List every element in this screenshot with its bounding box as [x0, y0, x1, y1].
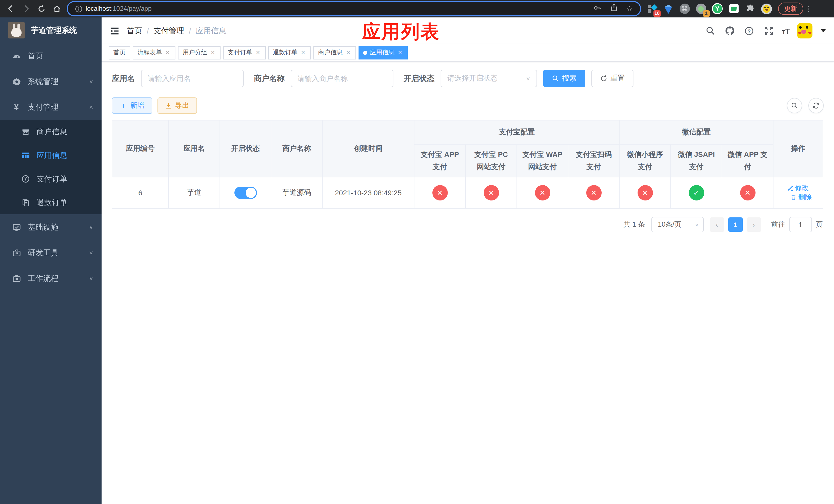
browser-menu-icon[interactable]: ⋮: [805, 5, 812, 13]
next-page-button[interactable]: ›: [747, 217, 761, 232]
extension-profile-icon[interactable]: 1: [696, 3, 706, 14]
close-icon[interactable]: ✕: [300, 49, 306, 55]
tags-view-bar: 首页 流程表单✕ 用户分组✕ 支付订单✕ 退款订单✕ 商户信息✕ 应用信息✕: [102, 44, 834, 62]
wechat-jsapi-status-icon: ✓: [688, 185, 704, 201]
browser-update-button[interactable]: 更新: [778, 3, 803, 15]
url-text[interactable]: localhost:1024/pay/app: [86, 5, 593, 12]
status-label: 开启状态: [404, 74, 435, 83]
merchant-name-input[interactable]: [291, 70, 393, 87]
col-app-name: 应用名: [169, 120, 220, 177]
github-icon[interactable]: [723, 25, 736, 37]
page-size-select[interactable]: 10条/页 ∨: [651, 217, 703, 232]
share-icon[interactable]: [610, 4, 618, 14]
export-button[interactable]: 导出: [157, 97, 197, 114]
status-select[interactable]: 请选择开启状态 ∨: [441, 70, 537, 87]
col-wechat-jsapi: 微信 JSAPI 支付: [671, 144, 722, 177]
address-bar[interactable]: localhost:1024/pay/app ☆: [68, 2, 640, 15]
extension-y-icon[interactable]: Y: [712, 3, 723, 14]
close-icon[interactable]: ✕: [397, 49, 403, 55]
table-toolbar: ＋ 新增 导出: [112, 97, 824, 114]
chevron-down-icon: ∨: [526, 76, 530, 81]
close-icon[interactable]: ✕: [210, 49, 216, 55]
status-toggle[interactable]: [234, 187, 257, 199]
header-search-icon[interactable]: [704, 25, 716, 37]
total-count: 共 1 条: [623, 220, 645, 229]
col-group-alipay: 支付宝配置: [414, 120, 619, 144]
refresh-button[interactable]: [808, 98, 824, 113]
chevron-down-icon: ∨: [89, 224, 93, 230]
app-name-input[interactable]: [141, 70, 244, 87]
font-size-icon[interactable]: TT: [782, 26, 790, 35]
page-1-button[interactable]: 1: [728, 217, 743, 232]
sidebar-item-home[interactable]: 首页: [0, 43, 102, 69]
browser-back-icon[interactable]: [3, 1, 19, 17]
extension-badge: 1: [703, 10, 710, 17]
browser-reload-icon[interactable]: [34, 1, 49, 17]
sidebar-item-pay-orders[interactable]: ¥ 支付订单: [0, 167, 102, 191]
breadcrumb: 首页 / 支付管理 / 应用信息: [127, 26, 226, 36]
cell-app-name: 芋道: [169, 177, 220, 208]
tab-user-group[interactable]: 用户分组✕: [178, 46, 221, 59]
reset-button[interactable]: 重置: [591, 70, 633, 87]
tab-pay-orders[interactable]: 支付订单✕: [223, 46, 266, 59]
extensions-puzzle-icon[interactable]: [745, 3, 755, 14]
bookmark-star-icon[interactable]: ☆: [626, 4, 633, 13]
sidebar-item-dev-tools[interactable]: 研发工具 ∨: [0, 240, 102, 266]
close-icon[interactable]: ✕: [164, 49, 171, 55]
sidebar-item-merchant-info[interactable]: 商户信息: [0, 120, 102, 143]
delete-link[interactable]: 删除: [790, 193, 812, 202]
alipay-qr-status-icon: ✕: [586, 185, 601, 201]
sidebar-item-workflow[interactable]: 工作流程 ∨: [0, 266, 102, 291]
user-avatar[interactable]: [797, 23, 812, 39]
extension-blocks-icon[interactable]: 10: [646, 3, 657, 14]
extension-badge: 10: [654, 10, 661, 17]
page-suffix: 页: [816, 220, 823, 229]
browser-forward-icon[interactable]: [19, 1, 34, 17]
search-button[interactable]: 搜索: [543, 70, 585, 87]
close-icon[interactable]: ✕: [345, 49, 351, 55]
sidebar-item-system[interactable]: 系统管理 ∨: [0, 69, 102, 94]
goto-label: 前往: [771, 220, 785, 229]
tab-process-form[interactable]: 流程表单✕: [133, 46, 175, 59]
prev-page-button[interactable]: ‹: [710, 217, 724, 232]
close-icon[interactable]: ✕: [255, 49, 261, 55]
sidebar-fold-icon[interactable]: [110, 26, 119, 36]
tab-merchant-info[interactable]: 商户信息✕: [313, 46, 356, 59]
breadcrumb-current: 应用信息: [196, 26, 226, 36]
sidebar-item-app-info[interactable]: 应用信息: [0, 143, 102, 167]
sidebar-logo[interactable]: 芋道管理系统: [0, 18, 102, 43]
avatar-caret-icon[interactable]: [821, 29, 826, 32]
breadcrumb-payment[interactable]: 支付管理: [153, 26, 184, 36]
col-app-id: 应用编号: [112, 120, 169, 177]
add-button[interactable]: ＋ 新增: [112, 97, 152, 114]
chevron-down-icon: ∨: [89, 79, 93, 84]
sidebar-item-refund-orders[interactable]: 退款订单: [0, 191, 102, 214]
edit-link[interactable]: 修改: [787, 184, 809, 193]
extension-smiley-icon[interactable]: [761, 3, 772, 14]
sidebar-item-infrastructure[interactable]: 基础设施 ∨: [0, 214, 102, 240]
tab-home[interactable]: 首页: [109, 46, 130, 59]
chevron-down-icon: ∨: [695, 222, 699, 227]
site-info-icon[interactable]: [75, 5, 83, 13]
extension-card-icon[interactable]: [728, 3, 739, 14]
tab-app-info[interactable]: 应用信息✕: [358, 46, 408, 59]
browser-toolbar: localhost:1024/pay/app ☆ 10 ⌘ 1: [0, 0, 834, 18]
breadcrumb-home[interactable]: 首页: [127, 26, 142, 36]
password-key-icon[interactable]: [593, 3, 601, 14]
table-row: 6 芋道 芋道源码 2021-10-23 08:49:25 ✕ ✕ ✕ ✕ ✕ …: [112, 177, 823, 208]
browser-home-icon[interactable]: [49, 1, 65, 17]
goto-page-input[interactable]: [789, 217, 812, 232]
yen-icon: ¥: [10, 102, 23, 112]
extension-command-icon[interactable]: ⌘: [679, 3, 690, 14]
fullscreen-icon[interactable]: [763, 25, 775, 37]
sidebar: 芋道管理系统 首页 系统管理 ∨ ¥ 支付: [0, 18, 102, 504]
tab-refund-orders[interactable]: 退款订单✕: [268, 46, 311, 59]
cell-merchant: 芋道源码: [271, 177, 322, 208]
toggle-search-button[interactable]: [787, 98, 802, 113]
svg-text:?: ?: [748, 28, 751, 34]
shop-icon: [20, 128, 31, 136]
active-dot: [363, 50, 367, 54]
sidebar-item-payment[interactable]: ¥ 支付管理 ∧: [0, 94, 102, 120]
help-icon[interactable]: ?: [743, 25, 755, 37]
extension-gem-icon[interactable]: [663, 3, 674, 14]
